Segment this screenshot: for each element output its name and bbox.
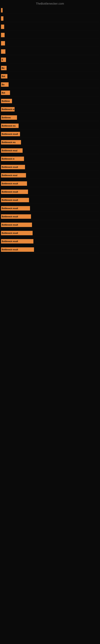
bar-fill: Bottleneck result bbox=[1, 231, 33, 235]
bar-fill: Bottleneck result bbox=[1, 222, 32, 227]
bar-fill: E bbox=[1, 58, 6, 62]
bar-row-1 bbox=[0, 6, 100, 14]
bar-row-17: Bottleneck res bbox=[0, 138, 100, 146]
bar-fill bbox=[1, 33, 4, 37]
bar-row-26: Bottleneck result bbox=[0, 212, 100, 221]
bar-wrapper bbox=[1, 48, 99, 55]
bar-fill: Bottleneck result bbox=[1, 132, 20, 136]
bar-label: Bottleneck re bbox=[2, 108, 14, 110]
bar-wrapper bbox=[1, 23, 99, 30]
bar-fill: Bottleneck res bbox=[1, 140, 21, 144]
bar-wrapper: Bo bbox=[1, 81, 99, 88]
bar-label: Bottleneck res bbox=[2, 141, 16, 144]
bar-label: Bottleneck result bbox=[2, 207, 18, 210]
bar-row-14: Bottlenec bbox=[0, 114, 100, 122]
bar-fill: Bottleneck result bbox=[1, 206, 30, 210]
bar-wrapper: Bo bbox=[1, 64, 99, 72]
bar-fill bbox=[1, 8, 2, 12]
bar-label: Bottleneck result bbox=[2, 182, 18, 185]
bar-wrapper: Bottleneck result bbox=[1, 188, 99, 196]
bar-wrapper: Bottleneck resul bbox=[1, 172, 99, 179]
bar-wrapper: Bot bbox=[1, 89, 99, 96]
bar-fill: Bottlene bbox=[1, 99, 12, 103]
bar-wrapper bbox=[1, 15, 99, 22]
bar-wrapper: Bottleneck result bbox=[1, 238, 99, 245]
page-container: TheBottlenecker.com EBoBotBoBotBottleneB… bbox=[0, 0, 100, 254]
bar-label: Bot bbox=[2, 75, 5, 78]
bar-row-11: Bot bbox=[0, 89, 100, 97]
site-title: TheBottlenecker.com bbox=[0, 0, 100, 6]
bar-label: Bottlenec bbox=[2, 116, 11, 119]
bar-row-12: Bottlene bbox=[0, 97, 100, 105]
bars-section: EBoBotBoBotBottleneBottleneck reBottlene… bbox=[0, 6, 100, 254]
bar-row-28: Bottleneck result bbox=[0, 229, 100, 237]
bar-fill bbox=[1, 16, 3, 21]
bar-fill: Bo bbox=[1, 66, 7, 70]
bar-fill: Bottleneck resul bbox=[1, 173, 26, 178]
bar-wrapper: Bottleneck resul bbox=[1, 147, 99, 154]
bar-row-27: Bottleneck result bbox=[0, 221, 100, 229]
bar-fill: Bottleneck result bbox=[1, 239, 33, 244]
bar-label: Bottleneck result bbox=[2, 248, 18, 251]
bar-wrapper bbox=[1, 7, 99, 14]
bar-fill: Bo bbox=[1, 82, 9, 87]
bar-wrapper bbox=[1, 32, 99, 39]
bar-fill: Bot bbox=[1, 90, 10, 95]
bar-wrapper: E bbox=[1, 56, 99, 64]
bar-row-21: Bottleneck resul bbox=[0, 171, 100, 180]
bar-label: E bbox=[2, 59, 3, 61]
bar-label: Bottlene bbox=[2, 100, 10, 102]
bar-label: Bottleneck result bbox=[2, 199, 18, 201]
bar-fill: Bottleneck result bbox=[1, 198, 29, 202]
bar-wrapper: Bottleneck res bbox=[1, 139, 99, 146]
bar-row-30: Bottleneck result bbox=[0, 246, 100, 254]
bar-wrapper: Bottleneck re bbox=[1, 106, 99, 113]
bar-wrapper bbox=[1, 40, 99, 47]
bar-label: Bo bbox=[2, 67, 4, 69]
bar-row-4 bbox=[0, 31, 100, 39]
bar-label: Bottleneck result bbox=[2, 240, 18, 242]
bar-row-6 bbox=[0, 48, 100, 56]
bar-fill: Bottlenec bbox=[1, 115, 17, 120]
bar-fill: Bottleneck result bbox=[1, 190, 28, 194]
bar-wrapper: Bottleneck result bbox=[1, 205, 99, 212]
bar-wrapper: Bottleneck res bbox=[1, 122, 99, 130]
bar-fill: Bottleneck re bbox=[1, 156, 24, 161]
bar-label: Bottleneck res bbox=[2, 125, 16, 127]
bar-row-24: Bottleneck result bbox=[0, 196, 100, 204]
bar-label: Bot bbox=[2, 92, 5, 94]
bar-fill: Bottleneck result bbox=[1, 247, 34, 252]
bar-label: Bottleneck resul bbox=[2, 150, 17, 152]
bar-row-10: Bo bbox=[0, 80, 100, 89]
bar-row-22: Bottleneck result bbox=[0, 180, 100, 188]
bar-fill: Bottleneck res bbox=[1, 124, 19, 128]
bar-fill: Bottleneck result bbox=[1, 214, 31, 219]
bar-wrapper: Bottleneck result bbox=[1, 246, 99, 253]
bar-row-7: E bbox=[0, 56, 100, 64]
bar-label: Bottleneck result bbox=[2, 133, 18, 135]
bar-fill: Bottleneck result bbox=[1, 165, 25, 169]
bar-label: Bottleneck re bbox=[2, 158, 14, 160]
bar-wrapper: Bottleneck re bbox=[1, 155, 99, 162]
bar-row-8: Bo bbox=[0, 64, 100, 72]
bar-fill bbox=[1, 49, 5, 54]
bar-row-18: Bottleneck resul bbox=[0, 146, 100, 155]
bar-wrapper: Bottleneck result bbox=[1, 222, 99, 228]
bar-wrapper: Bottleneck result bbox=[1, 230, 99, 237]
bar-label: Bottleneck result bbox=[2, 191, 18, 193]
bar-row-3 bbox=[0, 23, 100, 31]
bar-label: Bottleneck resul bbox=[2, 174, 17, 176]
bar-wrapper: Bottleneck result bbox=[1, 164, 99, 171]
bar-row-25: Bottleneck result bbox=[0, 204, 100, 212]
bar-fill: Bottleneck resul bbox=[1, 148, 23, 153]
bar-label: Bo bbox=[2, 84, 4, 86]
bar-row-13: Bottleneck re bbox=[0, 105, 100, 114]
bar-row-19: Bottleneck re bbox=[0, 155, 100, 163]
bar-wrapper: Bottlene bbox=[1, 98, 99, 105]
bar-row-9: Bot bbox=[0, 72, 100, 80]
bar-label: Bottleneck result bbox=[2, 232, 18, 234]
bar-row-5 bbox=[0, 39, 100, 48]
bar-fill bbox=[1, 41, 5, 46]
bar-row-23: Bottleneck result bbox=[0, 188, 100, 196]
bar-label: Bottleneck result bbox=[2, 166, 18, 168]
